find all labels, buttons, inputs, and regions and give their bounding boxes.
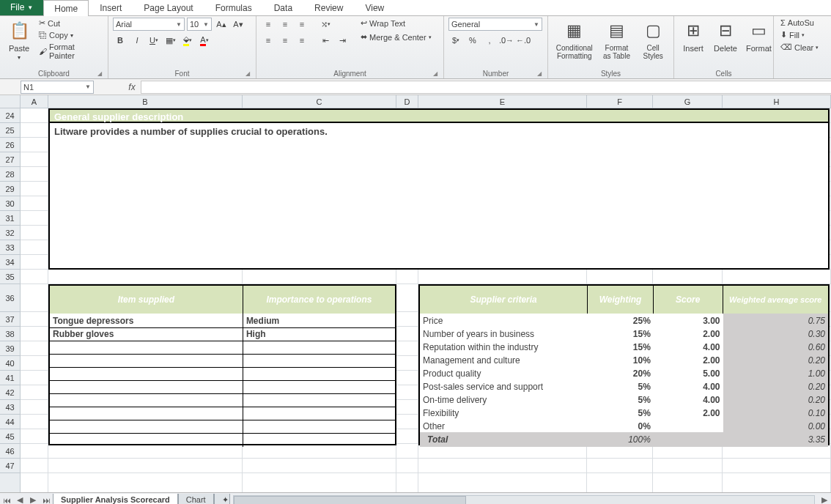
item-name[interactable] bbox=[50, 393, 243, 407]
row-header[interactable]: 38 bbox=[0, 327, 20, 341]
horizontal-scrollbar[interactable] bbox=[233, 495, 815, 505]
autosum-button[interactable]: ΣAutoSu bbox=[778, 18, 816, 28]
criteria-score[interactable]: 2.00 bbox=[654, 353, 723, 368]
item-name[interactable] bbox=[50, 353, 243, 368]
select-all-corner[interactable] bbox=[0, 95, 21, 108]
sheet-nav-last[interactable]: ⏭ bbox=[40, 496, 53, 505]
fx-button[interactable]: fx bbox=[123, 82, 141, 92]
item-importance[interactable] bbox=[243, 393, 395, 407]
criteria-name[interactable]: Price bbox=[420, 314, 588, 328]
item-importance[interactable]: High bbox=[243, 327, 395, 341]
row-header[interactable]: 45 bbox=[0, 429, 20, 444]
cut-button[interactable]: ✂Cut bbox=[37, 18, 103, 29]
formula-input[interactable] bbox=[141, 81, 831, 94]
increase-indent-button[interactable]: ⇥ bbox=[335, 34, 350, 47]
font-size-select[interactable]: 10▼ bbox=[187, 18, 212, 31]
number-format-select[interactable]: General▼ bbox=[448, 18, 542, 31]
row-header[interactable]: 35 bbox=[0, 270, 20, 284]
criteria-wascore[interactable]: 1.00 bbox=[723, 366, 828, 381]
criteria-score[interactable]: 4.00 bbox=[654, 379, 723, 394]
sheet-tab-new[interactable]: ✦ bbox=[214, 494, 230, 505]
item-importance[interactable] bbox=[243, 432, 395, 447]
align-bottom-button[interactable]: ≡ bbox=[295, 18, 309, 31]
tab-review[interactable]: Review bbox=[303, 0, 354, 15]
criteria-wascore[interactable]: 0.00 bbox=[723, 419, 828, 434]
clear-button[interactable]: ⌫Clear▾ bbox=[778, 42, 821, 53]
format-painter-button[interactable]: 🖌Format Painter bbox=[37, 42, 103, 61]
font-name-select[interactable]: Arial▼ bbox=[113, 18, 185, 31]
borders-button[interactable]: ▦▾ bbox=[163, 34, 178, 47]
row-header[interactable]: 41 bbox=[0, 371, 20, 385]
row-header[interactable]: 39 bbox=[0, 341, 20, 356]
dialog-launcher-icon[interactable]: ◢ bbox=[537, 70, 542, 77]
item-importance[interactable] bbox=[243, 366, 395, 381]
item-name[interactable]: Rubber gloves bbox=[50, 327, 243, 341]
row-header[interactable]: 46 bbox=[0, 444, 20, 459]
file-tab[interactable]: File ▼ bbox=[0, 0, 43, 15]
criteria-name[interactable]: Post-sales service and support bbox=[420, 379, 588, 394]
criteria-name[interactable]: Reputation within the industry bbox=[420, 340, 588, 355]
row-header[interactable]: 43 bbox=[0, 400, 20, 415]
criteria-wascore[interactable]: 0.75 bbox=[723, 314, 828, 328]
criteria-weight[interactable]: 25% bbox=[588, 314, 654, 328]
row-header[interactable]: 28 bbox=[0, 167, 20, 182]
item-importance[interactable] bbox=[243, 419, 395, 434]
tab-view[interactable]: View bbox=[354, 0, 395, 15]
item-name[interactable]: Tongue depressors bbox=[50, 314, 243, 328]
percent-button[interactable]: % bbox=[465, 34, 480, 47]
row-header[interactable]: 26 bbox=[0, 138, 20, 152]
criteria-wascore[interactable]: 0.10 bbox=[723, 406, 828, 420]
criteria-score[interactable]: 3.00 bbox=[654, 314, 723, 328]
criteria-name[interactable]: Other bbox=[420, 419, 588, 434]
row-header[interactable]: 27 bbox=[0, 152, 20, 167]
bold-button[interactable]: B bbox=[113, 34, 128, 47]
item-name[interactable] bbox=[50, 379, 243, 394]
sheet-nav-first[interactable]: ⏮ bbox=[0, 496, 13, 505]
align-top-button[interactable]: ≡ bbox=[261, 18, 276, 31]
dialog-launcher-icon[interactable]: ◢ bbox=[245, 70, 250, 77]
italic-button[interactable]: I bbox=[130, 34, 144, 47]
comma-button[interactable]: , bbox=[482, 34, 497, 47]
sheet-tab-active[interactable]: Supplier Analysis Scorecard bbox=[53, 494, 178, 504]
name-box[interactable]: N1▼ bbox=[21, 81, 94, 94]
grow-font-button[interactable]: A▴ bbox=[214, 18, 229, 31]
col-header-b[interactable]: B bbox=[48, 95, 243, 108]
col-header-c[interactable]: C bbox=[243, 95, 396, 108]
underline-button[interactable]: U▾ bbox=[147, 34, 161, 47]
criteria-weight[interactable]: 5% bbox=[588, 393, 654, 407]
item-importance[interactable]: Medium bbox=[243, 314, 395, 328]
cell-styles-button[interactable]: ▢Cell Styles bbox=[637, 18, 669, 62]
criteria-name[interactable]: Flexibility bbox=[420, 406, 588, 420]
criteria-wascore[interactable]: 0.20 bbox=[723, 393, 828, 407]
dialog-launcher-icon[interactable]: ◢ bbox=[97, 70, 102, 77]
copy-button[interactable]: ⿻Copy▾ bbox=[37, 30, 103, 40]
criteria-name[interactable]: On-time delivery bbox=[420, 393, 588, 407]
row-header[interactable]: 31 bbox=[0, 211, 20, 226]
col-header-a[interactable]: A bbox=[21, 95, 48, 108]
tab-insert[interactable]: Insert bbox=[89, 0, 133, 15]
merge-center-button[interactable]: ⬌Merge & Center▾ bbox=[358, 32, 434, 42]
criteria-wascore[interactable]: 0.60 bbox=[723, 340, 828, 355]
criteria-name[interactable]: Management and culture bbox=[420, 353, 588, 368]
tab-data[interactable]: Data bbox=[263, 0, 303, 15]
criteria-weight[interactable]: 20% bbox=[588, 366, 654, 381]
col-header-f[interactable]: F bbox=[587, 95, 653, 108]
criteria-weight[interactable]: 5% bbox=[588, 406, 654, 420]
item-name[interactable] bbox=[50, 419, 243, 434]
col-header-e[interactable]: E bbox=[418, 95, 587, 108]
row-header[interactable]: 34 bbox=[0, 255, 20, 270]
row-header[interactable]: 37 bbox=[0, 312, 20, 327]
tab-home[interactable]: Home bbox=[43, 0, 89, 16]
orientation-button[interactable]: ⤭▾ bbox=[318, 18, 333, 31]
format-as-table-button[interactable]: ▤Format as Table bbox=[599, 18, 635, 62]
sheet-nav-next[interactable]: ▶ bbox=[26, 495, 40, 504]
item-importance[interactable] bbox=[243, 379, 395, 394]
tab-formulas[interactable]: Formulas bbox=[204, 0, 263, 15]
row-header[interactable]: 47 bbox=[0, 459, 20, 473]
criteria-score[interactable]: 4.00 bbox=[654, 340, 723, 355]
row-header[interactable]: 30 bbox=[0, 196, 20, 211]
criteria-score[interactable]: 5.00 bbox=[654, 366, 723, 381]
paste-button[interactable]: 📋 Paste ▾ bbox=[4, 18, 34, 62]
delete-cells-button[interactable]: ⊟Delete bbox=[711, 18, 740, 54]
criteria-weight[interactable]: 0% bbox=[588, 419, 654, 434]
